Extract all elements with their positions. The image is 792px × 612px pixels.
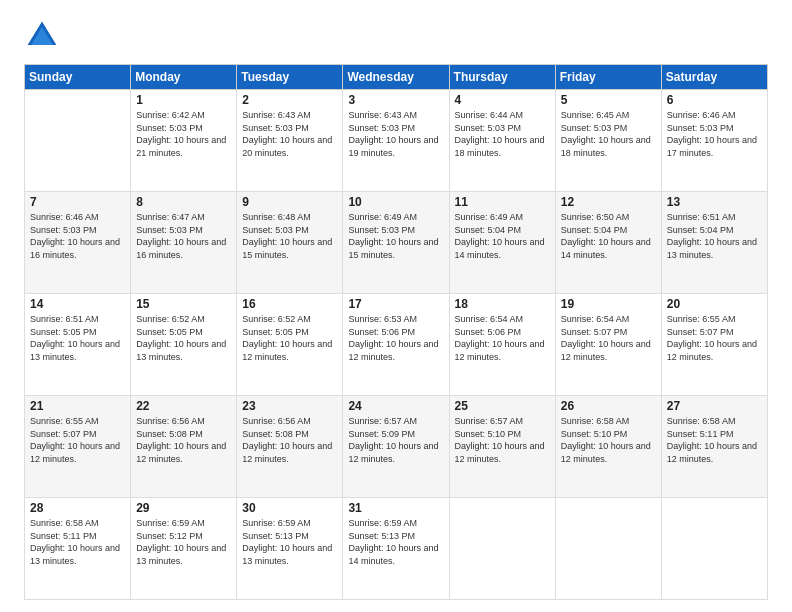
cell-day-number: 21: [30, 399, 125, 413]
cell-sun-info: Sunrise: 6:43 AMSunset: 5:03 PMDaylight:…: [348, 109, 443, 159]
cell-sun-info: Sunrise: 6:59 AMSunset: 5:12 PMDaylight:…: [136, 517, 231, 567]
day-header-monday: Monday: [131, 65, 237, 90]
cell-day-number: 26: [561, 399, 656, 413]
calendar-week-row: 7Sunrise: 6:46 AMSunset: 5:03 PMDaylight…: [25, 192, 768, 294]
cell-day-number: 6: [667, 93, 762, 107]
calendar-week-row: 28Sunrise: 6:58 AMSunset: 5:11 PMDayligh…: [25, 498, 768, 600]
calendar-week-row: 1Sunrise: 6:42 AMSunset: 5:03 PMDaylight…: [25, 90, 768, 192]
calendar-cell: 19Sunrise: 6:54 AMSunset: 5:07 PMDayligh…: [555, 294, 661, 396]
cell-sun-info: Sunrise: 6:43 AMSunset: 5:03 PMDaylight:…: [242, 109, 337, 159]
cell-day-number: 3: [348, 93, 443, 107]
calendar-cell: 10Sunrise: 6:49 AMSunset: 5:03 PMDayligh…: [343, 192, 449, 294]
cell-day-number: 30: [242, 501, 337, 515]
cell-day-number: 10: [348, 195, 443, 209]
calendar-cell: 24Sunrise: 6:57 AMSunset: 5:09 PMDayligh…: [343, 396, 449, 498]
cell-day-number: 14: [30, 297, 125, 311]
cell-sun-info: Sunrise: 6:50 AMSunset: 5:04 PMDaylight:…: [561, 211, 656, 261]
cell-day-number: 9: [242, 195, 337, 209]
calendar-cell: 1Sunrise: 6:42 AMSunset: 5:03 PMDaylight…: [131, 90, 237, 192]
logo: [24, 18, 66, 54]
day-header-saturday: Saturday: [661, 65, 767, 90]
calendar-cell: 18Sunrise: 6:54 AMSunset: 5:06 PMDayligh…: [449, 294, 555, 396]
cell-day-number: 29: [136, 501, 231, 515]
day-header-wednesday: Wednesday: [343, 65, 449, 90]
calendar-cell: [25, 90, 131, 192]
logo-icon: [24, 18, 60, 54]
cell-sun-info: Sunrise: 6:55 AMSunset: 5:07 PMDaylight:…: [30, 415, 125, 465]
cell-sun-info: Sunrise: 6:52 AMSunset: 5:05 PMDaylight:…: [136, 313, 231, 363]
cell-day-number: 25: [455, 399, 550, 413]
calendar-cell: 3Sunrise: 6:43 AMSunset: 5:03 PMDaylight…: [343, 90, 449, 192]
cell-day-number: 12: [561, 195, 656, 209]
calendar-cell: 28Sunrise: 6:58 AMSunset: 5:11 PMDayligh…: [25, 498, 131, 600]
calendar-cell: 20Sunrise: 6:55 AMSunset: 5:07 PMDayligh…: [661, 294, 767, 396]
cell-day-number: 8: [136, 195, 231, 209]
calendar-cell: 25Sunrise: 6:57 AMSunset: 5:10 PMDayligh…: [449, 396, 555, 498]
cell-day-number: 27: [667, 399, 762, 413]
cell-sun-info: Sunrise: 6:59 AMSunset: 5:13 PMDaylight:…: [348, 517, 443, 567]
calendar-cell: 13Sunrise: 6:51 AMSunset: 5:04 PMDayligh…: [661, 192, 767, 294]
calendar-cell: 26Sunrise: 6:58 AMSunset: 5:10 PMDayligh…: [555, 396, 661, 498]
calendar-cell: 11Sunrise: 6:49 AMSunset: 5:04 PMDayligh…: [449, 192, 555, 294]
cell-sun-info: Sunrise: 6:56 AMSunset: 5:08 PMDaylight:…: [136, 415, 231, 465]
cell-day-number: 13: [667, 195, 762, 209]
cell-sun-info: Sunrise: 6:54 AMSunset: 5:06 PMDaylight:…: [455, 313, 550, 363]
cell-day-number: 28: [30, 501, 125, 515]
calendar-cell: 4Sunrise: 6:44 AMSunset: 5:03 PMDaylight…: [449, 90, 555, 192]
cell-day-number: 18: [455, 297, 550, 311]
cell-sun-info: Sunrise: 6:45 AMSunset: 5:03 PMDaylight:…: [561, 109, 656, 159]
cell-sun-info: Sunrise: 6:57 AMSunset: 5:09 PMDaylight:…: [348, 415, 443, 465]
cell-day-number: 22: [136, 399, 231, 413]
day-header-tuesday: Tuesday: [237, 65, 343, 90]
calendar-cell: 15Sunrise: 6:52 AMSunset: 5:05 PMDayligh…: [131, 294, 237, 396]
calendar-cell: 22Sunrise: 6:56 AMSunset: 5:08 PMDayligh…: [131, 396, 237, 498]
cell-day-number: 15: [136, 297, 231, 311]
calendar-week-row: 21Sunrise: 6:55 AMSunset: 5:07 PMDayligh…: [25, 396, 768, 498]
cell-sun-info: Sunrise: 6:56 AMSunset: 5:08 PMDaylight:…: [242, 415, 337, 465]
cell-day-number: 1: [136, 93, 231, 107]
cell-sun-info: Sunrise: 6:59 AMSunset: 5:13 PMDaylight:…: [242, 517, 337, 567]
cell-sun-info: Sunrise: 6:54 AMSunset: 5:07 PMDaylight:…: [561, 313, 656, 363]
cell-sun-info: Sunrise: 6:53 AMSunset: 5:06 PMDaylight:…: [348, 313, 443, 363]
cell-sun-info: Sunrise: 6:49 AMSunset: 5:03 PMDaylight:…: [348, 211, 443, 261]
calendar-cell: [661, 498, 767, 600]
cell-sun-info: Sunrise: 6:46 AMSunset: 5:03 PMDaylight:…: [30, 211, 125, 261]
cell-day-number: 7: [30, 195, 125, 209]
calendar-week-row: 14Sunrise: 6:51 AMSunset: 5:05 PMDayligh…: [25, 294, 768, 396]
cell-day-number: 4: [455, 93, 550, 107]
cell-day-number: 19: [561, 297, 656, 311]
calendar-cell: 23Sunrise: 6:56 AMSunset: 5:08 PMDayligh…: [237, 396, 343, 498]
day-header-friday: Friday: [555, 65, 661, 90]
page: SundayMondayTuesdayWednesdayThursdayFrid…: [0, 0, 792, 612]
calendar-cell: 29Sunrise: 6:59 AMSunset: 5:12 PMDayligh…: [131, 498, 237, 600]
cell-sun-info: Sunrise: 6:57 AMSunset: 5:10 PMDaylight:…: [455, 415, 550, 465]
cell-sun-info: Sunrise: 6:58 AMSunset: 5:11 PMDaylight:…: [667, 415, 762, 465]
cell-day-number: 20: [667, 297, 762, 311]
cell-sun-info: Sunrise: 6:58 AMSunset: 5:10 PMDaylight:…: [561, 415, 656, 465]
cell-day-number: 17: [348, 297, 443, 311]
cell-sun-info: Sunrise: 6:46 AMSunset: 5:03 PMDaylight:…: [667, 109, 762, 159]
cell-sun-info: Sunrise: 6:52 AMSunset: 5:05 PMDaylight:…: [242, 313, 337, 363]
day-header-thursday: Thursday: [449, 65, 555, 90]
calendar-table: SundayMondayTuesdayWednesdayThursdayFrid…: [24, 64, 768, 600]
cell-sun-info: Sunrise: 6:51 AMSunset: 5:05 PMDaylight:…: [30, 313, 125, 363]
calendar-cell: 17Sunrise: 6:53 AMSunset: 5:06 PMDayligh…: [343, 294, 449, 396]
calendar-cell: 8Sunrise: 6:47 AMSunset: 5:03 PMDaylight…: [131, 192, 237, 294]
calendar-cell: 5Sunrise: 6:45 AMSunset: 5:03 PMDaylight…: [555, 90, 661, 192]
cell-day-number: 31: [348, 501, 443, 515]
calendar-cell: 9Sunrise: 6:48 AMSunset: 5:03 PMDaylight…: [237, 192, 343, 294]
calendar-cell: 6Sunrise: 6:46 AMSunset: 5:03 PMDaylight…: [661, 90, 767, 192]
calendar-cell: [449, 498, 555, 600]
calendar-header-row: SundayMondayTuesdayWednesdayThursdayFrid…: [25, 65, 768, 90]
calendar-cell: 30Sunrise: 6:59 AMSunset: 5:13 PMDayligh…: [237, 498, 343, 600]
calendar-cell: 27Sunrise: 6:58 AMSunset: 5:11 PMDayligh…: [661, 396, 767, 498]
cell-sun-info: Sunrise: 6:42 AMSunset: 5:03 PMDaylight:…: [136, 109, 231, 159]
calendar-cell: 21Sunrise: 6:55 AMSunset: 5:07 PMDayligh…: [25, 396, 131, 498]
cell-day-number: 5: [561, 93, 656, 107]
calendar-cell: 2Sunrise: 6:43 AMSunset: 5:03 PMDaylight…: [237, 90, 343, 192]
cell-sun-info: Sunrise: 6:49 AMSunset: 5:04 PMDaylight:…: [455, 211, 550, 261]
calendar-cell: 12Sunrise: 6:50 AMSunset: 5:04 PMDayligh…: [555, 192, 661, 294]
cell-sun-info: Sunrise: 6:51 AMSunset: 5:04 PMDaylight:…: [667, 211, 762, 261]
cell-sun-info: Sunrise: 6:48 AMSunset: 5:03 PMDaylight:…: [242, 211, 337, 261]
calendar-cell: 7Sunrise: 6:46 AMSunset: 5:03 PMDaylight…: [25, 192, 131, 294]
